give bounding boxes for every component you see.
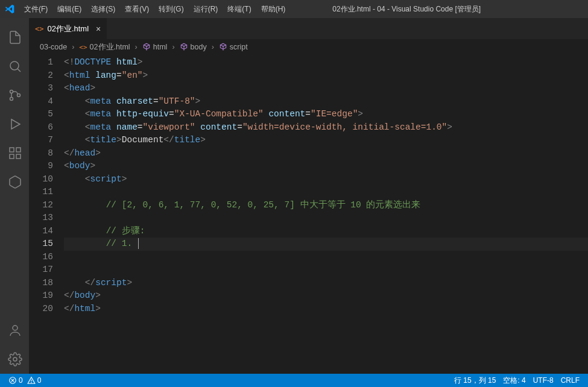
svg-point-10 — [13, 357, 17, 361]
svg-line-1 — [17, 69, 21, 72]
breadcrumb-item[interactable]: body — [180, 43, 207, 51]
explorer-icon[interactable] — [1, 23, 30, 52]
svg-rect-8 — [16, 154, 21, 159]
chevron-right-icon: › — [172, 43, 174, 51]
svg-rect-7 — [10, 154, 14, 159]
menu-item[interactable]: 编辑(E) — [52, 2, 86, 17]
code-line[interactable]: <body> — [64, 160, 588, 173]
breadcrumb-item[interactable]: 03-code — [40, 43, 67, 51]
status-warnings-count: 0 — [37, 376, 42, 385]
line-number: 2 — [29, 69, 53, 83]
line-number: 13 — [29, 212, 53, 225]
code-line[interactable]: <title>Document</title> — [64, 134, 588, 147]
editor-group: <> 02作业.html × 03-code›<> 02作业.html› htm… — [29, 18, 588, 374]
code-line[interactable] — [64, 186, 588, 199]
svg-rect-6 — [16, 148, 21, 152]
tab-label: 02作业.html — [47, 24, 89, 34]
status-encoding[interactable]: UTF-8 — [530, 376, 557, 385]
svg-point-3 — [10, 98, 13, 101]
window-title: 02作业.html - 04 - Visual Studio Code [管理员… — [291, 4, 522, 14]
activitybar — [0, 18, 29, 374]
statusbar: 0 0 行 15，列 15 空格: 4 UTF-8 CRLF — [0, 374, 588, 387]
line-number: 5 — [29, 108, 53, 121]
run-debug-icon[interactable] — [1, 110, 30, 139]
code-line[interactable]: <!DOCTYPE html> — [64, 56, 588, 69]
source-control-icon[interactable] — [1, 81, 30, 110]
menu-item[interactable]: 帮助(H) — [256, 2, 291, 17]
vscode-logo-icon — [5, 4, 14, 14]
code-line[interactable]: </head> — [64, 147, 588, 160]
breadcrumb-item[interactable]: script — [219, 43, 248, 51]
code-line[interactable]: </html> — [64, 303, 588, 316]
menu-item[interactable]: 文件(F) — [19, 2, 52, 17]
line-number: 11 — [29, 186, 53, 199]
code-content[interactable]: <!DOCTYPE html><html lang="en"><head> <m… — [64, 55, 588, 374]
code-line[interactable]: </body> — [64, 289, 588, 303]
code-line[interactable]: <html lang="en"> — [64, 69, 588, 83]
line-number: 6 — [29, 121, 53, 134]
status-errors-count: 0 — [19, 376, 23, 385]
line-number: 8 — [29, 147, 53, 160]
line-number: 20 — [29, 303, 53, 316]
line-number: 19 — [29, 289, 53, 303]
close-icon[interactable]: × — [96, 24, 101, 34]
breadcrumb-item[interactable]: html — [142, 43, 168, 51]
settings-gear-icon[interactable] — [1, 345, 30, 374]
menu-item[interactable]: 选择(S) — [86, 2, 120, 17]
menu-item[interactable]: 查看(V) — [120, 2, 154, 17]
line-number: 14 — [29, 225, 53, 238]
titlebar: 文件(F)编辑(E)选择(S)查看(V)转到(G)运行(R)终端(T)帮助(H)… — [0, 0, 588, 18]
line-number: 10 — [29, 173, 53, 186]
code-line[interactable]: // 步骤: — [64, 225, 588, 238]
remote-icon[interactable] — [1, 168, 30, 197]
code-line[interactable]: <script> — [64, 173, 588, 186]
breadcrumbs[interactable]: 03-code›<> 02作业.html› html› body› script — [29, 39, 588, 55]
line-number: 15 — [29, 238, 53, 251]
line-number-gutter: 1234567891011121314151617181920 — [29, 55, 64, 374]
line-number: 3 — [29, 82, 53, 95]
code-line[interactable]: <meta name="viewport" content="width=dev… — [64, 121, 588, 134]
code-line[interactable]: // 1. — [64, 238, 588, 251]
line-number: 9 — [29, 160, 53, 173]
html-file-icon: <> — [35, 25, 43, 33]
code-line[interactable] — [64, 212, 588, 225]
code-editor[interactable]: 1234567891011121314151617181920 <!DOCTYP… — [29, 55, 588, 374]
code-line[interactable] — [64, 251, 588, 264]
accounts-icon[interactable] — [1, 316, 30, 345]
chevron-right-icon: › — [135, 43, 138, 51]
status-line-col[interactable]: 行 15，列 15 — [450, 376, 499, 386]
status-eol[interactable]: CRLF — [557, 376, 583, 385]
code-line[interactable]: <head> — [64, 82, 588, 95]
menu-item[interactable]: 转到(G) — [154, 2, 188, 17]
line-number: 4 — [29, 95, 53, 109]
code-line[interactable]: <meta http-equiv="X-UA-Compatible" conte… — [64, 108, 588, 121]
line-number: 7 — [29, 134, 53, 147]
tabs-bar: <> 02作业.html × — [29, 18, 588, 39]
code-line[interactable]: // [2, 0, 6, 1, 77, 0, 52, 0, 25, 7] 中大于… — [64, 199, 588, 212]
chevron-right-icon: › — [72, 43, 74, 51]
tab-active[interactable]: <> 02作业.html × — [29, 18, 107, 39]
line-number: 18 — [29, 277, 53, 290]
code-line[interactable]: <meta charset="UTF-8"> — [64, 95, 588, 109]
menu-item[interactable]: 终端(T) — [223, 2, 256, 17]
code-line[interactable]: </script> — [64, 277, 588, 290]
svg-point-0 — [10, 61, 19, 70]
svg-point-9 — [13, 326, 17, 330]
search-icon[interactable] — [1, 52, 30, 81]
line-number: 17 — [29, 263, 53, 277]
svg-rect-5 — [10, 148, 14, 152]
extensions-icon[interactable] — [1, 139, 30, 168]
svg-point-2 — [10, 90, 13, 93]
line-number: 16 — [29, 251, 53, 264]
status-indent[interactable]: 空格: 4 — [499, 376, 529, 386]
line-number: 12 — [29, 199, 53, 212]
code-line[interactable] — [64, 263, 588, 277]
svg-point-4 — [17, 94, 21, 97]
status-problems[interactable]: 0 0 — [5, 376, 45, 385]
line-number: 1 — [29, 56, 53, 69]
svg-point-15 — [31, 382, 31, 383]
breadcrumb-item[interactable]: <> 02作业.html — [79, 42, 130, 52]
menu-item[interactable]: 运行(R) — [189, 2, 223, 17]
chevron-right-icon: › — [212, 43, 214, 51]
